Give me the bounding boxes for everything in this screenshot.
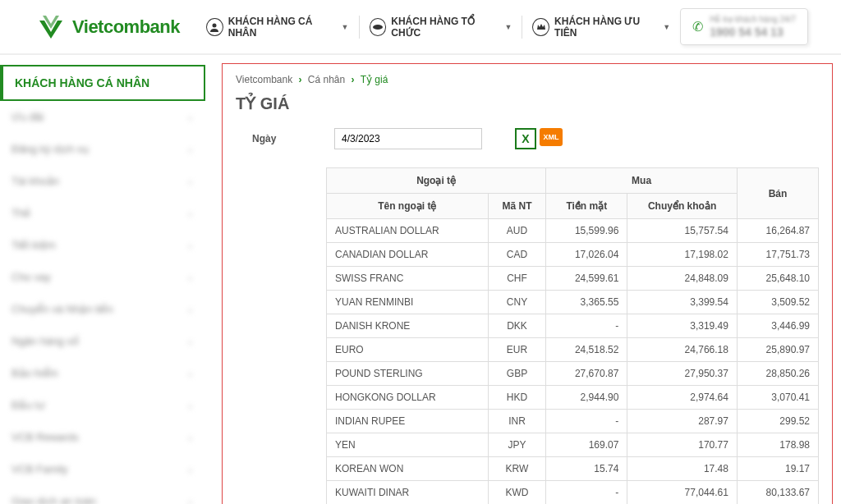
sidebar-item[interactable]: VCB Family⌄ (0, 453, 205, 485)
sell: 17,751.73 (737, 243, 818, 267)
date-input[interactable] (334, 128, 482, 149)
currency-name: KUWAITI DINAR (327, 481, 489, 504)
currency-name: DANISH KRONE (327, 314, 489, 338)
sell: 16,264.87 (737, 219, 818, 243)
currency-code: KWD (488, 481, 546, 504)
sidebar-item[interactable]: Ưu đãi⌄ (0, 101, 205, 133)
nav-priority[interactable]: KHÁCH HÀNG ƯU TIÊN ▼ (522, 16, 680, 39)
export-xml-button[interactable]: XML (540, 128, 563, 146)
nav-label: KHÁCH HÀNG CÁ NHÂN (228, 16, 337, 39)
sidebar-item-label: Cho vay (11, 271, 51, 283)
nav-corporate[interactable]: KHÁCH HÀNG TỔ CHỨC ▼ (359, 16, 522, 39)
sell: 178.98 (737, 433, 818, 457)
currency-code: GBP (488, 362, 546, 386)
table-row: POUND STERLINGGBP27,670.8727,950.3728,85… (327, 362, 819, 386)
svg-point-0 (213, 23, 217, 27)
currency-code: EUR (488, 338, 546, 362)
nav-personal[interactable]: KHÁCH HÀNG CÁ NHÂN ▼ (196, 16, 358, 39)
sidebar-item-label: Ngân hàng số (11, 335, 79, 347)
phone-box[interactable]: ✆ Hỗ trợ khách hàng 24/7 1900 54 54 13 (680, 8, 808, 45)
date-label: Ngày (252, 133, 334, 144)
sidebar-item[interactable]: Bảo hiểm⌄ (0, 357, 205, 389)
buy-cash: 27,670.87 (546, 362, 627, 386)
currency-name: CANADIAN DOLLAR (327, 243, 489, 267)
filter-row: Ngày X XML (236, 128, 819, 149)
chevron-down-icon: ⌄ (186, 336, 194, 346)
chevron-down-icon: ⌄ (186, 464, 194, 474)
buy-cash: 169.07 (546, 433, 627, 457)
handshake-icon (370, 18, 387, 36)
sidebar-item-label: Giao dịch an toàn (11, 495, 96, 504)
sidebar-item-label: Tiết kiệm (11, 239, 56, 251)
sell: 19.17 (737, 457, 818, 481)
export-excel-button[interactable]: X (515, 128, 536, 149)
sidebar-item[interactable]: Tiết kiệm⌄ (0, 229, 205, 261)
table-row: KUWAITI DINARKWD-77,044.6180,133.67 (327, 481, 819, 504)
th-chuyen-khoan: Chuyển khoản (627, 194, 738, 219)
chevron-down-icon: ⌄ (186, 208, 194, 218)
person-icon (206, 18, 223, 36)
chevron-down-icon: ⌄ (186, 432, 194, 442)
content: Vietcombank › Cá nhân › Tỷ giá TỶ GIÁ Ng… (222, 63, 833, 504)
chevron-down-icon: ⌄ (186, 144, 194, 154)
breadcrumb-current: Tỷ giá (361, 74, 388, 85)
buy-cash: 24,599.61 (546, 267, 627, 291)
svg-point-1 (373, 25, 383, 30)
currency-name: YUAN RENMINBI (327, 291, 489, 314)
table-row: YENJPY169.07170.77178.98 (327, 433, 819, 457)
breadcrumb-item[interactable]: Vietcombank (236, 74, 292, 85)
sidebar-item[interactable]: Đăng ký dịch vụ⌄ (0, 133, 205, 165)
sidebar-item-label: Bảo hiểm (11, 367, 57, 379)
currency-code: INR (488, 410, 546, 433)
currency-name: HONGKONG DOLLAR (327, 386, 489, 410)
top-nav: KHÁCH HÀNG CÁ NHÂN ▼ KHÁCH HÀNG TỔ CHỨC … (196, 16, 680, 39)
sidebar-item[interactable]: Giao dịch an toàn⌄ (0, 485, 205, 504)
sell: 3,509.52 (737, 291, 818, 314)
chevron-down-icon: ⌄ (186, 496, 194, 504)
currency-code: KRW (488, 457, 546, 481)
table-row: AUSTRALIAN DOLLARAUD15,599.9615,757.5416… (327, 219, 819, 243)
table-row: INDIAN RUPEEINR-287.97299.52 (327, 410, 819, 433)
breadcrumb-sep: › (352, 74, 355, 85)
sidebar-item[interactable]: Tài khoản⌄ (0, 165, 205, 197)
buy-cash: 17,026.04 (546, 243, 627, 267)
buy-transfer: 24,766.18 (627, 338, 738, 362)
phone-text: Hỗ trợ khách hàng 24/7 1900 54 54 13 (710, 14, 796, 39)
currency-code: JPY (488, 433, 546, 457)
currency-code: DKK (488, 314, 546, 338)
buy-transfer: 27,950.37 (627, 362, 738, 386)
sell: 3,070.41 (737, 386, 818, 410)
chevron-down-icon: ⌄ (186, 112, 194, 122)
breadcrumb-item[interactable]: Cá nhân (308, 74, 345, 85)
buy-transfer: 15,757.54 (627, 219, 738, 243)
chevron-down-icon: ⌄ (186, 304, 194, 314)
th-mua: Mua (546, 168, 738, 194)
crown-icon (532, 18, 549, 36)
buy-cash: 24,518.52 (546, 338, 627, 362)
buy-transfer: 17,198.02 (627, 243, 738, 267)
sidebar-item[interactable]: Chuyển và Nhận tiền⌄ (0, 293, 205, 325)
table-row: KOREAN WONKRW15.7417.4819.17 (327, 457, 819, 481)
sidebar-item[interactable]: VCB Rewards⌄ (0, 421, 205, 453)
chevron-down-icon: ▼ (342, 23, 349, 31)
breadcrumb-sep: › (299, 74, 302, 85)
buy-cash: 3,365.55 (546, 291, 627, 314)
table-row: DANISH KRONEDKK-3,319.493,446.99 (327, 314, 819, 338)
sidebar-active[interactable]: KHÁCH HÀNG CÁ NHÂN (0, 65, 205, 101)
sidebar-item-label: VCB Rewards (11, 431, 79, 443)
sidebar-item[interactable]: Thẻ⌄ (0, 197, 205, 229)
table-row: EUROEUR24,518.5224,766.1825,890.97 (327, 338, 819, 362)
sell: 25,890.97 (737, 338, 818, 362)
sidebar-item[interactable]: Cho vay⌄ (0, 261, 205, 293)
sidebar-item-label: VCB Family (11, 463, 68, 475)
buy-transfer: 17.48 (627, 457, 738, 481)
buy-cash: 15.74 (546, 457, 627, 481)
sidebar-item-label: Đăng ký dịch vụ (11, 143, 89, 155)
breadcrumb: Vietcombank › Cá nhân › Tỷ giá (236, 74, 819, 85)
currency-name: KOREAN WON (327, 457, 489, 481)
buy-cash: - (546, 410, 627, 433)
logo[interactable]: Vietcombank (33, 9, 180, 45)
sidebar-item[interactable]: Ngân hàng số⌄ (0, 325, 205, 357)
currency-name: SWISS FRANC (327, 267, 489, 291)
sidebar-item[interactable]: Đầu tư⌄ (0, 389, 205, 421)
